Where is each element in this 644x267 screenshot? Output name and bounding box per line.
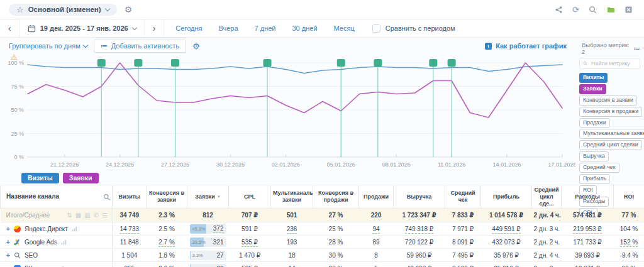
column-header-1[interactable]: Визиты	[113, 185, 147, 209]
cell-value[interactable]: 14 733	[119, 226, 139, 234]
channel-name-cell[interactable]: +SEO	[1, 249, 113, 262]
reports-folder-icon[interactable]	[606, 6, 615, 14]
channel-name-cell[interactable]: +VKВКонтакте	[1, 262, 113, 267]
activity-marker[interactable]	[171, 59, 179, 67]
column-header-3[interactable]: Заявки▼	[187, 185, 229, 209]
calls-icon[interactable]: ✆	[94, 212, 99, 219]
metric-chip-9[interactable]: Прибыль	[579, 174, 610, 184]
metric-search[interactable]	[579, 58, 640, 69]
cell-value[interactable]: 236	[287, 226, 297, 234]
sort-updown-icon[interactable]: ⇅	[67, 212, 72, 219]
cell-value[interactable]: 2.7 %	[158, 239, 175, 247]
warning-icon[interactable]: ⚠	[11, 53, 18, 62]
activity-marker[interactable]	[134, 59, 142, 67]
report-profile-selector[interactable]: ☆ Основной (изменен)	[9, 4, 117, 16]
refresh-icon[interactable]: ⟳	[572, 6, 579, 14]
metric-chip-7[interactable]: Выручка	[579, 151, 609, 161]
next-period-button[interactable]: ›	[145, 19, 165, 37]
search-icon[interactable]	[589, 6, 597, 14]
metric-chip-8[interactable]: Средний чек	[579, 163, 619, 173]
chart-bars-icon[interactable]: ▥	[84, 212, 90, 219]
legend-chip-1[interactable]: Заявки	[63, 173, 99, 183]
column-header-7[interactable]: Продажи	[359, 185, 394, 209]
metric-chip-0[interactable]: Визиты	[579, 73, 608, 83]
prev-period-button[interactable]: ‹	[0, 19, 19, 37]
leads-share-bar[interactable]: 45.8%372	[190, 224, 226, 234]
column-header-0[interactable]: Название канала	[1, 185, 113, 209]
totals-cell-2: 812	[187, 209, 229, 222]
group-by-selector[interactable]: Группировать по дням	[9, 42, 87, 50]
cell-value[interactable]: 535 ₽	[242, 239, 258, 247]
activity-marker[interactable]	[97, 59, 106, 67]
column-header-4[interactable]: CPL	[229, 185, 271, 209]
cell-value[interactable]: 749 318 ₽	[405, 226, 433, 234]
cell-value[interactable]: 152 %	[620, 239, 638, 247]
date-preset-1[interactable]: Вчера	[218, 25, 238, 32]
activity-marker[interactable]	[448, 59, 456, 67]
column-header-11[interactable]: Средний цикл сде...	[532, 185, 562, 209]
date-preset-0[interactable]: Сегодня	[175, 25, 202, 32]
date-preset-2[interactable]: 7 дней	[255, 25, 276, 32]
channel-name-cell[interactable]: +Яндекс.Директ	[1, 222, 113, 236]
expand-plus-icon[interactable]: +	[6, 265, 10, 267]
chart-settings-gear-icon[interactable]: ⚙	[192, 42, 200, 50]
cell-1: 1.8 %	[147, 249, 187, 262]
compare-checkbox[interactable]	[372, 25, 380, 33]
date-range-selector[interactable]: 19 дек. 2025 - 17 янв. 2026	[19, 19, 145, 37]
cell-0: 14 733	[113, 222, 147, 236]
expand-plus-icon[interactable]: +	[6, 251, 10, 259]
compare-period-toggle[interactable]: Сравнить с периодом	[372, 25, 455, 33]
leads-value[interactable]: 27	[216, 252, 223, 259]
channel-name-cell[interactable]: +Google Ads	[1, 236, 113, 249]
column-header-5[interactable]: Мультиканальн... заявки	[271, 185, 313, 209]
column-header-10[interactable]: Прибыль	[481, 185, 532, 209]
profile-settings-gear-icon[interactable]: ⚙	[125, 5, 133, 14]
date-preset-3[interactable]: 30 дней	[292, 25, 317, 32]
leads-share-bar[interactable]: 3.3%27	[190, 251, 226, 260]
cell-value[interactable]: 94	[372, 226, 379, 234]
metric-chip-3[interactable]: Конверсия в продажи	[579, 107, 642, 117]
column-header-6[interactable]: Конверсия в продажи	[313, 185, 359, 209]
share-icon[interactable]	[555, 6, 563, 14]
cell-value[interactable]: 449 591 ₽	[492, 226, 520, 234]
activity-marker[interactable]	[429, 59, 437, 67]
chart-legend: ВизитыЗаявки	[0, 171, 575, 185]
profile-name: Основной (изменен)	[28, 6, 101, 13]
metric-chip-5[interactable]: Мультиканальные заявки	[579, 129, 644, 139]
series-line-0[interactable]	[28, 65, 562, 74]
cell-value[interactable]: 219 953 ₽	[573, 226, 601, 234]
chart-canvas[interactable]: 0 %25 %50 %75 %100 %21.12.202524.12.2025…	[0, 54, 575, 171]
cell-value: 8 091 ₽	[452, 239, 474, 246]
legend-chip-0[interactable]: Визиты	[21, 173, 59, 183]
date-preset-4[interactable]: Месяц	[334, 25, 355, 32]
activity-marker[interactable]	[337, 59, 345, 67]
excel-export-icon[interactable]	[625, 6, 633, 14]
metric-chip-6[interactable]: Средний цикл сделки	[579, 140, 642, 150]
metric-chip-1[interactable]: Заявки	[579, 84, 606, 94]
cell-7: 720 122 ₽	[394, 236, 445, 249]
metric-search-input[interactable]	[590, 60, 636, 67]
row-settings-icon[interactable]: ☰	[102, 212, 108, 219]
leads-value[interactable]: 372	[213, 225, 224, 233]
cell-value: 18	[288, 252, 295, 259]
leads-share-bar[interactable]: 2.7%22	[190, 264, 226, 267]
how-it-works-link[interactable]: i Как работает график	[485, 42, 567, 50]
column-header-2[interactable]: Конверсия в заявки	[147, 185, 187, 209]
metric-chip-4[interactable]: Продажи	[579, 118, 610, 128]
column-header-9[interactable]: Средний чек	[445, 185, 481, 209]
channel-search-icon[interactable]	[103, 193, 110, 200]
favorite-star-icon[interactable]: ☆	[16, 6, 24, 14]
metrics-chart[interactable]: ⚠ 0 %25 %50 %75 %100 %21.12.202524.12.20…	[0, 54, 575, 171]
metric-chip-2[interactable]: Конверсия в заявки	[579, 95, 637, 106]
activity-marker[interactable]	[264, 59, 272, 67]
add-activity-button[interactable]: ≔ Добавить активность	[94, 40, 186, 53]
leads-share-bar[interactable]: 39.5%321	[190, 237, 226, 247]
table-columns-icon[interactable]: ▦	[75, 212, 81, 219]
x-axis-label: 17.01.2026	[548, 161, 575, 168]
activity-marker[interactable]	[374, 59, 382, 67]
metrics-list-icon[interactable]: ≔	[633, 45, 640, 53]
column-header-8[interactable]: Выручка	[394, 185, 445, 209]
expand-plus-icon[interactable]: +	[6, 238, 10, 246]
leads-value[interactable]: 321	[213, 239, 224, 246]
expand-plus-icon[interactable]: +	[6, 225, 10, 232]
